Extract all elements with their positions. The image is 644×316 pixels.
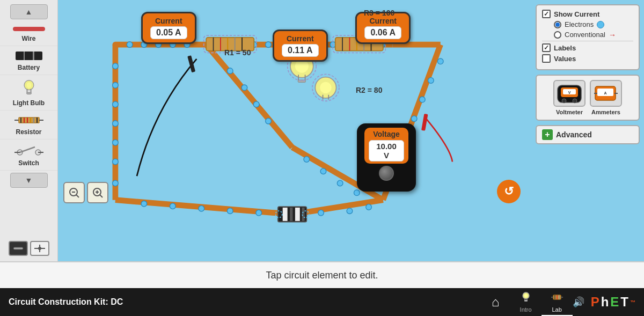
svg-point-131 (524, 294, 528, 297)
electrons-radio-row[interactable]: Electrons (554, 20, 633, 28)
sound-button[interactable]: 🔊 (573, 296, 584, 308)
intro-tab-icon (520, 291, 532, 305)
svg-point-59 (113, 139, 119, 145)
svg-point-60 (113, 159, 119, 165)
svg-rect-80 (290, 208, 292, 221)
svg-rect-6 (19, 117, 39, 123)
tools-box: V Voltmeter A (536, 75, 640, 121)
bulb-icon (21, 79, 36, 97)
ammeter-top[interactable]: Current 0.11 A (273, 30, 328, 62)
zoom-out-button[interactable] (63, 182, 85, 203)
ammeter-right[interactable]: Current 0.06 A (355, 12, 411, 44)
sidebar: ▲ Wire Battery (0, 0, 58, 261)
svg-point-42 (266, 42, 272, 48)
sidebar-item-wire[interactable]: Wire (0, 21, 57, 46)
sidebar-item-battery[interactable]: Battery (0, 46, 57, 75)
right-panel: Show Current Electrons Conventional (531, 0, 644, 261)
switch-icon (14, 145, 43, 156)
controls-box: Show Current Electrons Conventional (536, 4, 640, 70)
svg-point-64 (199, 205, 204, 211)
advanced-box[interactable]: + Advanced (536, 125, 640, 144)
refresh-button[interactable]: ↺ (497, 180, 521, 203)
sidebar-scroll-up[interactable]: ▲ (10, 4, 48, 19)
ammeter-right-value: 0.06 A (364, 26, 401, 39)
voltage-knob (379, 166, 394, 181)
svg-point-61 (113, 180, 119, 186)
zoom-controls (63, 182, 108, 203)
conventional-radio[interactable] (554, 31, 561, 39)
svg-point-50 (420, 97, 426, 102)
voltmeter-display[interactable]: Voltage 10.00 V (357, 123, 416, 192)
sidebar-item-switch[interactable]: Switch (0, 139, 57, 171)
tab-intro-label: Intro (520, 306, 532, 313)
resistor-icon (14, 116, 43, 124)
electrons-label: Electrons (565, 20, 594, 28)
ammeters-tool[interactable]: A Ammeters (590, 80, 622, 115)
plus-icon: + (542, 129, 553, 140)
svg-rect-3 (26, 92, 31, 94)
svg-point-75 (320, 168, 326, 174)
zoom-in-button[interactable] (87, 182, 108, 203)
svg-point-123 (562, 99, 566, 103)
voltmeter-tool[interactable]: V Voltmeter (553, 80, 586, 115)
voltage-title: Voltage (369, 130, 404, 138)
labels-label[interactable]: Labels (542, 43, 633, 52)
tab-lab[interactable]: Lab (541, 289, 573, 316)
chevron-down-icon: ▼ (25, 176, 33, 185)
electrons-radio[interactable] (554, 21, 561, 28)
sidebar-label-resistor: Resistor (16, 128, 41, 136)
show-current-checkbox[interactable] (542, 10, 551, 18)
chevron-up-icon: ▲ (25, 8, 33, 16)
wire-icon (13, 27, 45, 31)
phet-logo: P h E T ™ (591, 295, 635, 310)
show-current-text: Show Current (554, 10, 599, 18)
home-button[interactable]: ⌂ (481, 295, 510, 310)
wire-tool-button[interactable] (9, 241, 28, 256)
electron-dot-icon (597, 21, 604, 28)
voltage-inner: Voltage 10.00 V (364, 128, 408, 164)
ammeter-left[interactable]: Current 0.05 A (141, 12, 196, 44)
svg-point-72 (253, 101, 259, 107)
svg-point-74 (304, 157, 310, 163)
labels-checkbox[interactable] (542, 43, 551, 52)
ammeters-icon-box[interactable]: A (590, 80, 622, 107)
svg-point-55 (113, 63, 119, 69)
canvas-area: Current 0.05 A Current 0.11 A Current 0.… (58, 0, 531, 261)
ammeter-top-title: Current (282, 34, 319, 43)
svg-rect-79 (283, 208, 288, 221)
app-title: Circuit Construction Kit: DC (9, 297, 481, 307)
svg-point-106 (320, 82, 331, 93)
svg-text:V: V (568, 91, 571, 94)
svg-point-51 (411, 116, 417, 122)
values-label[interactable]: Values (542, 54, 633, 63)
labels-text: Labels (554, 44, 576, 52)
sidebar-tools (5, 238, 53, 259)
voltmeter-label: Voltmeter (556, 109, 583, 115)
svg-point-65 (227, 208, 233, 214)
values-text: Values (554, 55, 576, 63)
battery-icon (16, 52, 42, 60)
svg-point-67 (318, 210, 324, 216)
svg-line-118 (100, 195, 103, 197)
show-current-label[interactable]: Show Current (542, 10, 633, 18)
ammeter-left-title: Current (150, 17, 187, 25)
sidebar-item-light-bulb[interactable]: Light Bulb (0, 75, 57, 111)
sidebar-item-resistor[interactable]: Resistor (0, 111, 57, 139)
svg-rect-19 (13, 247, 23, 249)
junction-tool-button[interactable] (30, 241, 49, 256)
svg-point-69 (366, 204, 372, 210)
svg-point-124 (573, 99, 577, 103)
sidebar-scroll-down[interactable]: ▼ (10, 173, 48, 188)
svg-point-57 (113, 101, 119, 107)
status-bar: Tap circuit element to edit. (0, 261, 644, 288)
svg-point-77 (354, 190, 360, 196)
ammeter-right-title: Current (364, 17, 401, 25)
conventional-radio-row[interactable]: Conventional (554, 31, 633, 39)
svg-point-68 (347, 208, 353, 214)
voltmeter-icon-box[interactable]: V (553, 80, 586, 107)
tab-intro[interactable]: Intro (510, 289, 541, 316)
svg-line-16 (20, 147, 35, 152)
svg-point-22 (38, 247, 41, 250)
values-checkbox[interactable] (542, 54, 551, 63)
current-type-group: Electrons Conventional (554, 20, 633, 39)
